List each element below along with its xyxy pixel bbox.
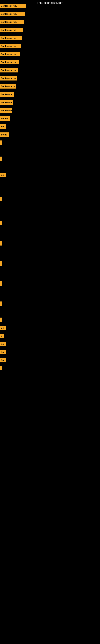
bar-item: Bottleneck res xyxy=(0,28,23,32)
bar-item: Bot xyxy=(0,358,6,362)
bar-item: Bottleneck res xyxy=(0,36,22,40)
bar-item: Bo xyxy=(0,326,6,330)
bar-label: Bo xyxy=(0,173,6,177)
bar-label: Bottleneck res xyxy=(0,44,21,48)
bar-item xyxy=(0,197,1,201)
bar-label: Bottleneck r xyxy=(0,100,13,105)
bar-label: Bottleneck r xyxy=(0,92,14,96)
bar-line xyxy=(0,156,1,161)
bar-item: Bottleneck resu xyxy=(0,20,24,24)
bar-line xyxy=(0,140,1,145)
bar-label: Bottleneck resu xyxy=(0,20,24,24)
bar-label: Bot xyxy=(0,358,6,362)
bar-line xyxy=(0,281,1,286)
bar-label: Bottleneck res xyxy=(0,76,17,80)
bar-item: Bottleneck res xyxy=(0,44,21,48)
bar-line xyxy=(0,241,1,246)
bar-item: Bottle xyxy=(0,132,9,137)
bar-item: Bottleneck res xyxy=(0,52,20,56)
bar-item xyxy=(0,156,1,161)
bar-label: Bottleneck res xyxy=(0,36,22,40)
bar-label: Bottleneck res xyxy=(0,60,19,64)
bar-label: Bottleneck re xyxy=(0,84,16,88)
bar-label: Bottlen xyxy=(0,116,10,121)
bar-item xyxy=(0,221,1,226)
bar-item: Bottleneck resu xyxy=(0,4,26,8)
bar-label: Bottleneck r xyxy=(0,108,12,113)
bar-label: Bottleneck resu xyxy=(0,4,26,8)
bar-item: Bottleneck res xyxy=(0,76,17,80)
bar-label: Bottleneck resu xyxy=(0,12,25,16)
bar-label: Bottleneck res xyxy=(0,68,18,72)
bar-item xyxy=(0,302,1,306)
bar-item: Bo xyxy=(0,173,6,177)
bar-item: Bo xyxy=(0,124,6,129)
bar-label: Bo xyxy=(0,124,6,129)
bar-line xyxy=(0,261,1,266)
bar-label: Bo xyxy=(0,350,6,354)
bar-item: Bottleneck res xyxy=(0,68,18,72)
bar-label: B xyxy=(0,334,3,338)
bar-item: Bottleneck r xyxy=(0,108,12,113)
bar-item: Bo xyxy=(0,350,6,354)
bar-item: B xyxy=(0,334,3,338)
bar-item: Bottlen xyxy=(0,116,10,121)
bar-item: Bottleneck res xyxy=(0,60,19,64)
bar-item xyxy=(0,281,1,286)
bar-line xyxy=(0,302,1,306)
bar-label: Bottleneck res xyxy=(0,52,20,56)
bar-line xyxy=(0,197,1,201)
bar-item: Bottleneck r xyxy=(0,100,13,105)
bar-item: Bottleneck r xyxy=(0,92,14,96)
bar-item xyxy=(0,366,1,370)
bar-item: Bo xyxy=(0,342,6,346)
bar-item xyxy=(0,241,1,246)
bar-item: Bottleneck re xyxy=(0,84,16,88)
bar-item xyxy=(0,140,1,145)
bar-line xyxy=(0,318,1,322)
bar-item xyxy=(0,261,1,266)
bar-line xyxy=(0,366,1,370)
bar-item: Bottleneck resu xyxy=(0,12,25,16)
bar-label: Bottleneck res xyxy=(0,28,23,32)
bar-line xyxy=(0,221,1,226)
bar-label: Bottle xyxy=(0,132,9,137)
bar-item xyxy=(0,318,1,322)
bar-label: Bo xyxy=(0,326,6,330)
bar-label: Bo xyxy=(0,342,6,346)
